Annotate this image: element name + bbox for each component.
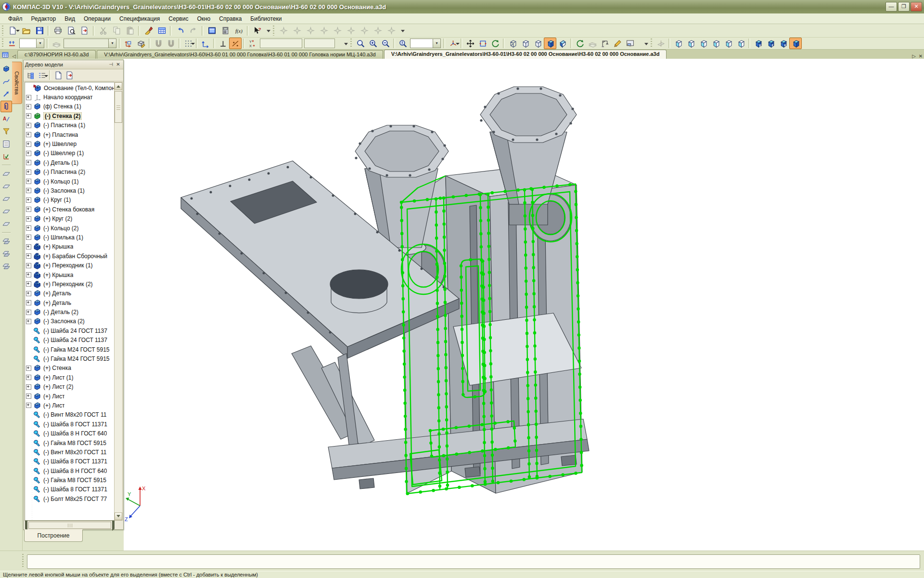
layers-button[interactable]: [50, 38, 63, 49]
tree-item[interactable]: (-) Швеллер (1): [25, 149, 114, 158]
current-step-button[interactable]: [6, 38, 18, 49]
variables-button[interactable]: [232, 25, 245, 37]
scroll-right-icon[interactable]: [112, 521, 115, 529]
zoom-in-button[interactable]: [367, 38, 379, 49]
spreadsheet-button[interactable]: [155, 25, 168, 37]
tree-item[interactable]: (-) Гайка М24 ГОСТ 5915: [25, 345, 114, 354]
expand-icon[interactable]: [26, 225, 31, 231]
tree-structure-button[interactable]: [25, 70, 36, 80]
expand-icon[interactable]: [26, 216, 31, 222]
grid-button[interactable]: [182, 38, 194, 49]
tree-item[interactable]: (-) Стенка (2): [25, 111, 114, 120]
scroll-thumb-h[interactable]: [28, 522, 111, 529]
expand-icon[interactable]: [26, 113, 31, 118]
close-panel-button[interactable]: ✕: [115, 61, 122, 68]
rounding-snap-button[interactable]: [229, 38, 242, 49]
expand-icon[interactable]: [26, 151, 31, 156]
undo-button[interactable]: [173, 25, 187, 37]
layer-combo[interactable]: ▾: [64, 39, 116, 48]
tree-item[interactable]: (+) Лист (2): [25, 382, 114, 392]
tree-item[interactable]: (+) Лист: [25, 392, 114, 401]
tree-item[interactable]: (-) Шайба 8 Н ГОСТ 640: [25, 466, 114, 475]
new-document-button[interactable]: [6, 25, 19, 37]
tree-item[interactable]: (-) Деталь (1): [25, 158, 114, 167]
tree-item[interactable]: (-) Шпилька (1): [25, 233, 114, 242]
tree-item[interactable]: Основание (Тел-0, Компонен: [25, 83, 114, 92]
redo-button[interactable]: [187, 25, 200, 37]
view-front-button[interactable]: [672, 38, 684, 49]
tree-item[interactable]: (+) Лист: [25, 401, 114, 410]
tree-item[interactable]: (ф) Стенка (1): [25, 102, 114, 111]
view-left-button[interactable]: [722, 38, 734, 49]
doc-tab-noriya[interactable]: c:\8790\НОРИЯ Н3-60.a3d: [17, 50, 96, 59]
doc-tab-golovka[interactable]: V:\Arhiv\Graindryers_Grainelevators\Н3-6…: [97, 50, 383, 59]
view-right-button[interactable]: [734, 38, 747, 49]
context-help-button[interactable]: [250, 25, 264, 37]
rotate-view-button[interactable]: [489, 38, 501, 49]
tabs-scroll-left-button[interactable]: ◁: [11, 53, 17, 59]
title-bar[interactable]: КОМПАС-3D V10 - V:\Arhiv\Graindryers_Gra…: [0, 0, 924, 14]
view-top-button[interactable]: [697, 38, 709, 49]
tab-close-button[interactable]: ✕: [917, 53, 924, 59]
point-tool-5[interactable]: [331, 25, 344, 37]
display-shaded-button[interactable]: [544, 38, 556, 49]
zoom-window-button[interactable]: [354, 38, 367, 49]
Библиотеки[interactable]: Библиотеки: [246, 14, 286, 23]
model-tree-header[interactable]: Дерево модели ⊣ ✕: [24, 60, 123, 69]
snap-magnet-button[interactable]: [152, 38, 165, 49]
view-options-button[interactable]: [636, 38, 649, 49]
point-tool-4[interactable]: [317, 25, 331, 37]
tree-item[interactable]: (+) Швеллер: [25, 139, 114, 148]
placement-box-button[interactable]: [135, 38, 147, 49]
section-display-button[interactable]: [654, 38, 667, 49]
tree-item[interactable]: (+) Крышка: [25, 242, 114, 251]
close-button[interactable]: ✕: [911, 2, 922, 12]
expand-icon[interactable]: [26, 394, 31, 399]
expand-icon[interactable]: [26, 160, 31, 165]
expand-icon[interactable]: [26, 170, 31, 175]
view-isometry-z-button[interactable]: [764, 38, 777, 49]
expand-icon[interactable]: [26, 281, 31, 287]
orientation-button[interactable]: [447, 38, 459, 49]
toolbar-options-button[interactable]: [264, 25, 271, 37]
point-tool-6[interactable]: [344, 25, 358, 37]
tree-item[interactable]: (-) Винт М8х20 ГОСТ 11: [25, 447, 114, 457]
expand-icon[interactable]: [26, 272, 31, 277]
tree-item[interactable]: (-) Заслонка (1): [25, 186, 114, 195]
edit-part-button[interactable]: [0, 63, 12, 75]
expand-icon[interactable]: [26, 244, 31, 250]
view-back-button[interactable]: [684, 38, 697, 49]
view-isometry-x-button[interactable]: [777, 38, 789, 49]
tree-item[interactable]: (-) Гайка М8 ГОСТ 5915: [25, 475, 114, 485]
local-axes-button[interactable]: [199, 38, 212, 49]
expand-icon[interactable]: [26, 319, 31, 324]
ortho-drawing-button[interactable]: [217, 38, 229, 49]
tree-horizontal-scrollbar[interactable]: [25, 521, 115, 529]
Справка[interactable]: Справка: [215, 14, 246, 23]
current-options-button[interactable]: [336, 38, 348, 49]
point-tool-8[interactable]: [371, 25, 385, 37]
expand-icon[interactable]: [26, 235, 31, 240]
auxiliary-geometry-button[interactable]: [0, 101, 12, 112]
filters-button[interactable]: [0, 126, 12, 137]
pan-button[interactable]: [464, 38, 476, 49]
expand-icon[interactable]: [26, 188, 31, 193]
tree-item[interactable]: (-) Круг (1): [25, 196, 114, 205]
expand-icon[interactable]: [26, 263, 31, 268]
tree-item[interactable]: (-) Шайба 8 ГОСТ 11371: [25, 457, 114, 466]
tree-item[interactable]: (-) Шайба 8 ГОСТ 11371: [25, 420, 114, 429]
tree-item[interactable]: (-) Пластина (1): [25, 121, 114, 130]
expand-icon[interactable]: [26, 300, 31, 305]
paste-button[interactable]: [123, 25, 137, 37]
step-combo[interactable]: 1.0▾: [19, 39, 44, 48]
print-button[interactable]: [51, 25, 64, 37]
keyboard-coords-button[interactable]: [246, 38, 259, 49]
scroll-thumb[interactable]: [115, 91, 122, 123]
expand-icon[interactable]: [26, 142, 31, 147]
tree-item[interactable]: (-) Кольцо (1): [25, 177, 114, 186]
tree-item[interactable]: (+) Крышка: [25, 270, 114, 279]
tree-item[interactable]: (+) Стенка: [25, 364, 114, 373]
build-tab[interactable]: Построение: [24, 529, 83, 542]
measure-3d-button[interactable]: [0, 113, 12, 125]
expand-icon[interactable]: [26, 375, 31, 380]
